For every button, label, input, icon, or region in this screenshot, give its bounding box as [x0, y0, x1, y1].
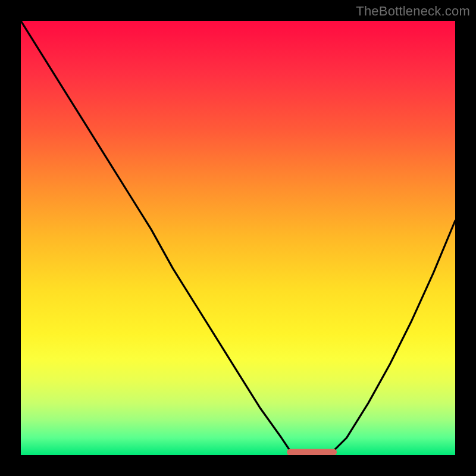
- chart-frame: TheBottleneck.com: [0, 0, 476, 476]
- plot-area: [21, 21, 455, 455]
- bottleneck-curve: [21, 21, 455, 455]
- watermark-text: TheBottleneck.com: [356, 4, 470, 19]
- curve-path: [21, 21, 455, 455]
